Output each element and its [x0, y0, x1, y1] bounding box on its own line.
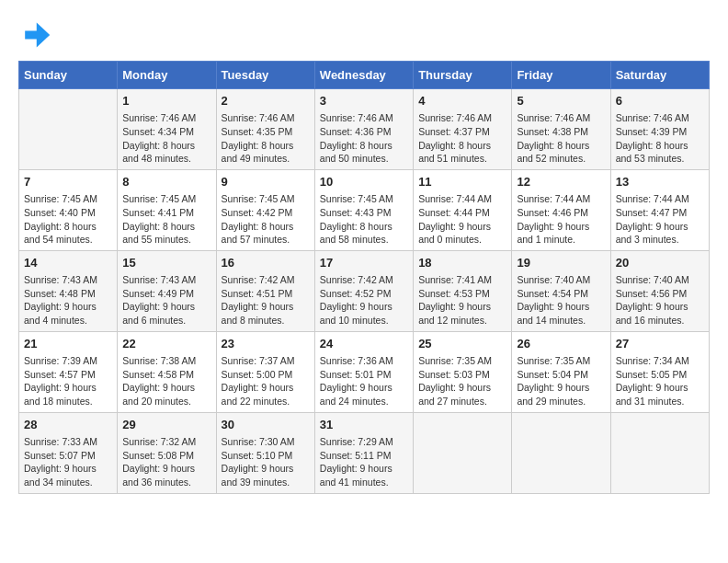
day-number: 13: [616, 174, 704, 190]
day-info: Sunrise: 7:43 AM Sunset: 4:48 PM Dayligh…: [24, 273, 112, 327]
day-number: 20: [616, 255, 704, 271]
day-info: Sunrise: 7:29 AM Sunset: 5:11 PM Dayligh…: [320, 435, 408, 489]
calendar-cell: 24Sunrise: 7:36 AM Sunset: 5:01 PM Dayli…: [314, 331, 413, 412]
weekday-header-tuesday: Tuesday: [216, 62, 314, 89]
calendar-cell: 1Sunrise: 7:46 AM Sunset: 4:34 PM Daylig…: [118, 89, 216, 170]
calendar-cell: [414, 412, 512, 493]
calendar-cell: [610, 412, 709, 493]
calendar-cell: [512, 412, 610, 493]
day-info: Sunrise: 7:40 AM Sunset: 4:56 PM Dayligh…: [616, 273, 704, 327]
day-info: Sunrise: 7:44 AM Sunset: 4:47 PM Dayligh…: [616, 192, 704, 247]
calendar-cell: 16Sunrise: 7:42 AM Sunset: 4:51 PM Dayli…: [216, 250, 314, 331]
day-number: 23: [222, 336, 310, 352]
day-info: Sunrise: 7:45 AM Sunset: 4:42 PM Dayligh…: [222, 192, 310, 247]
calendar-cell: 12Sunrise: 7:44 AM Sunset: 4:46 PM Dayli…: [512, 169, 610, 250]
day-info: Sunrise: 7:46 AM Sunset: 4:39 PM Dayligh…: [616, 111, 704, 166]
day-number: 24: [320, 336, 408, 352]
day-number: 11: [418, 174, 506, 190]
day-number: 31: [320, 417, 408, 433]
calendar-cell: 14Sunrise: 7:43 AM Sunset: 4:48 PM Dayli…: [19, 250, 118, 331]
day-info: Sunrise: 7:37 AM Sunset: 5:00 PM Dayligh…: [222, 354, 310, 408]
calendar-cell: 3Sunrise: 7:46 AM Sunset: 4:36 PM Daylig…: [314, 89, 413, 170]
logo-icon: [18, 18, 51, 52]
day-info: Sunrise: 7:46 AM Sunset: 4:37 PM Dayligh…: [418, 111, 506, 166]
calendar-table: SundayMondayTuesdayWednesdayThursdayFrid…: [18, 61, 710, 494]
day-number: 26: [517, 336, 605, 352]
day-number: 7: [24, 174, 112, 190]
calendar-cell: 4Sunrise: 7:46 AM Sunset: 4:37 PM Daylig…: [414, 89, 512, 170]
calendar-week-row: 14Sunrise: 7:43 AM Sunset: 4:48 PM Dayli…: [19, 250, 710, 331]
day-info: Sunrise: 7:45 AM Sunset: 4:40 PM Dayligh…: [24, 192, 112, 247]
day-number: 22: [122, 336, 210, 352]
day-info: Sunrise: 7:32 AM Sunset: 5:08 PM Dayligh…: [122, 435, 210, 489]
day-info: Sunrise: 7:46 AM Sunset: 4:36 PM Dayligh…: [320, 111, 408, 166]
calendar-cell: 28Sunrise: 7:33 AM Sunset: 5:07 PM Dayli…: [19, 412, 118, 493]
calendar-cell: 26Sunrise: 7:35 AM Sunset: 5:04 PM Dayli…: [512, 331, 610, 412]
day-info: Sunrise: 7:38 AM Sunset: 4:58 PM Dayligh…: [122, 354, 210, 408]
day-number: 4: [418, 93, 506, 109]
day-number: 1: [122, 93, 210, 109]
calendar-cell: 19Sunrise: 7:40 AM Sunset: 4:54 PM Dayli…: [512, 250, 610, 331]
day-number: 2: [222, 93, 310, 109]
day-info: Sunrise: 7:44 AM Sunset: 4:46 PM Dayligh…: [517, 192, 605, 247]
day-number: 19: [517, 255, 605, 271]
day-info: Sunrise: 7:39 AM Sunset: 4:57 PM Dayligh…: [24, 354, 112, 408]
day-number: 3: [320, 93, 408, 109]
weekday-header-saturday: Saturday: [610, 62, 709, 89]
day-info: Sunrise: 7:44 AM Sunset: 4:44 PM Dayligh…: [418, 192, 506, 247]
day-info: Sunrise: 7:33 AM Sunset: 5:07 PM Dayligh…: [24, 435, 112, 489]
day-number: 12: [517, 174, 605, 190]
day-number: 25: [418, 336, 506, 352]
calendar-cell: 29Sunrise: 7:32 AM Sunset: 5:08 PM Dayli…: [118, 412, 216, 493]
calendar-cell: 8Sunrise: 7:45 AM Sunset: 4:41 PM Daylig…: [118, 169, 216, 250]
day-number: 28: [24, 417, 112, 433]
calendar-cell: 21Sunrise: 7:39 AM Sunset: 4:57 PM Dayli…: [19, 331, 118, 412]
day-info: Sunrise: 7:30 AM Sunset: 5:10 PM Dayligh…: [222, 435, 310, 489]
day-number: 21: [24, 336, 112, 352]
calendar-cell: 2Sunrise: 7:46 AM Sunset: 4:35 PM Daylig…: [216, 89, 314, 170]
day-number: 29: [122, 417, 210, 433]
calendar-cell: 30Sunrise: 7:30 AM Sunset: 5:10 PM Dayli…: [216, 412, 314, 493]
day-info: Sunrise: 7:46 AM Sunset: 4:38 PM Dayligh…: [517, 111, 605, 166]
calendar-cell: 22Sunrise: 7:38 AM Sunset: 4:58 PM Dayli…: [118, 331, 216, 412]
weekday-header-wednesday: Wednesday: [314, 62, 413, 89]
calendar-cell: 10Sunrise: 7:45 AM Sunset: 4:43 PM Dayli…: [314, 169, 413, 250]
weekday-header-sunday: Sunday: [19, 62, 118, 89]
calendar-cell: 25Sunrise: 7:35 AM Sunset: 5:03 PM Dayli…: [414, 331, 512, 412]
page-header: [18, 18, 710, 52]
day-info: Sunrise: 7:36 AM Sunset: 5:01 PM Dayligh…: [320, 354, 408, 408]
calendar-week-row: 7Sunrise: 7:45 AM Sunset: 4:40 PM Daylig…: [19, 169, 710, 250]
day-info: Sunrise: 7:45 AM Sunset: 4:43 PM Dayligh…: [320, 192, 408, 247]
day-info: Sunrise: 7:34 AM Sunset: 5:05 PM Dayligh…: [616, 354, 704, 408]
day-info: Sunrise: 7:42 AM Sunset: 4:51 PM Dayligh…: [222, 273, 310, 327]
calendar-cell: 6Sunrise: 7:46 AM Sunset: 4:39 PM Daylig…: [610, 89, 709, 170]
calendar-cell: 23Sunrise: 7:37 AM Sunset: 5:00 PM Dayli…: [216, 331, 314, 412]
day-number: 5: [517, 93, 605, 109]
calendar-cell: 20Sunrise: 7:40 AM Sunset: 4:56 PM Dayli…: [610, 250, 709, 331]
calendar-week-row: 28Sunrise: 7:33 AM Sunset: 5:07 PM Dayli…: [19, 412, 710, 493]
calendar-week-row: 21Sunrise: 7:39 AM Sunset: 4:57 PM Dayli…: [19, 331, 710, 412]
calendar-cell: 18Sunrise: 7:41 AM Sunset: 4:53 PM Dayli…: [414, 250, 512, 331]
calendar-week-row: 1Sunrise: 7:46 AM Sunset: 4:34 PM Daylig…: [19, 89, 710, 170]
calendar-cell: 11Sunrise: 7:44 AM Sunset: 4:44 PM Dayli…: [414, 169, 512, 250]
calendar-cell: [19, 89, 118, 170]
calendar-cell: 5Sunrise: 7:46 AM Sunset: 4:38 PM Daylig…: [512, 89, 610, 170]
calendar-cell: 7Sunrise: 7:45 AM Sunset: 4:40 PM Daylig…: [19, 169, 118, 250]
day-number: 8: [122, 174, 210, 190]
day-number: 10: [320, 174, 408, 190]
day-info: Sunrise: 7:41 AM Sunset: 4:53 PM Dayligh…: [418, 273, 506, 327]
day-number: 18: [418, 255, 506, 271]
weekday-header-monday: Monday: [118, 62, 216, 89]
day-info: Sunrise: 7:46 AM Sunset: 4:35 PM Dayligh…: [222, 111, 310, 166]
day-number: 16: [222, 255, 310, 271]
weekday-header-thursday: Thursday: [414, 62, 512, 89]
calendar-cell: 31Sunrise: 7:29 AM Sunset: 5:11 PM Dayli…: [314, 412, 413, 493]
logo: [18, 18, 55, 52]
calendar-cell: 15Sunrise: 7:43 AM Sunset: 4:49 PM Dayli…: [118, 250, 216, 331]
weekday-header-row: SundayMondayTuesdayWednesdayThursdayFrid…: [19, 62, 710, 89]
svg-marker-0: [25, 23, 50, 48]
calendar-cell: 9Sunrise: 7:45 AM Sunset: 4:42 PM Daylig…: [216, 169, 314, 250]
day-number: 15: [122, 255, 210, 271]
calendar-cell: 17Sunrise: 7:42 AM Sunset: 4:52 PM Dayli…: [314, 250, 413, 331]
weekday-header-friday: Friday: [512, 62, 610, 89]
